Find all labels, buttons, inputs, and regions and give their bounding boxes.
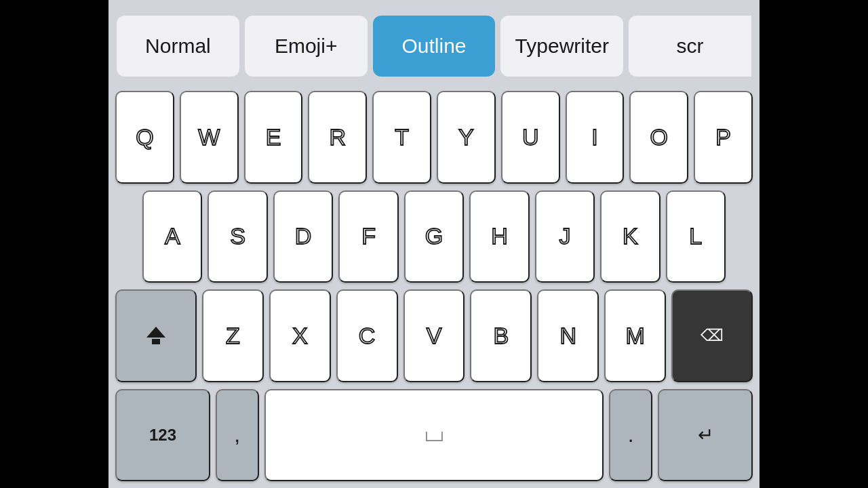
enter-icon: ↵ <box>698 424 713 446</box>
tab-typewriter[interactable]: Typewriter <box>500 16 623 77</box>
key-comma[interactable]: , <box>216 389 259 482</box>
key-a[interactable]: A <box>142 190 202 283</box>
key-row-2: A S D F G H J K L <box>115 190 753 283</box>
key-m[interactable]: M <box>604 289 666 382</box>
key-enter[interactable]: ↵ <box>658 389 753 482</box>
keys-area: Q W E R T Y U I O P A S D F G H J K L <box>108 87 760 488</box>
key-space[interactable]: ⌴ <box>264 389 604 482</box>
key-q[interactable]: Q <box>115 91 174 184</box>
keyboard-container: Normal Emoji+ Outline Typewriter scr Q W… <box>108 0 760 488</box>
key-n[interactable]: N <box>537 289 599 382</box>
key-z[interactable]: Z <box>202 289 264 382</box>
key-numbers[interactable]: 123 <box>115 389 210 482</box>
key-c[interactable]: C <box>336 289 398 382</box>
key-o[interactable]: O <box>629 91 688 184</box>
tab-bar: Normal Emoji+ Outline Typewriter scr <box>108 0 760 87</box>
tab-script[interactable]: scr <box>629 16 751 77</box>
tab-normal[interactable]: Normal <box>117 16 239 77</box>
key-backspace[interactable]: ⌫ <box>671 289 753 382</box>
key-e[interactable]: E <box>244 91 303 184</box>
space-symbol: ⌴ <box>425 424 443 446</box>
key-w[interactable]: W <box>180 91 239 184</box>
key-j[interactable]: J <box>535 190 595 283</box>
key-h[interactable]: H <box>469 190 529 283</box>
tab-outline[interactable]: Outline <box>373 16 496 77</box>
key-r[interactable]: R <box>308 91 367 184</box>
key-p[interactable]: P <box>694 91 753 184</box>
key-s[interactable]: S <box>208 190 267 283</box>
key-v[interactable]: V <box>403 289 465 382</box>
key-b[interactable]: B <box>470 289 532 382</box>
key-d[interactable]: D <box>273 190 333 283</box>
key-row-1: Q W E R T Y U I O P <box>115 91 753 184</box>
key-u[interactable]: U <box>501 91 560 184</box>
key-period[interactable]: . <box>609 389 652 482</box>
left-black-bar <box>7 0 108 488</box>
key-l[interactable]: L <box>666 190 726 283</box>
backspace-icon: ⌫ <box>701 326 724 345</box>
key-f[interactable]: F <box>338 190 398 283</box>
key-t[interactable]: T <box>372 91 431 184</box>
tab-emoji[interactable]: Emoji+ <box>245 16 368 77</box>
key-shift[interactable] <box>115 289 197 382</box>
shift-icon <box>146 327 165 344</box>
key-row-3: Z X C V B N M ⌫ <box>115 289 753 382</box>
shift-base <box>152 339 160 344</box>
shift-arrow-up <box>146 327 165 338</box>
key-k[interactable]: K <box>600 190 660 283</box>
right-black-bar <box>760 0 861 488</box>
key-g[interactable]: G <box>404 190 464 283</box>
key-y[interactable]: Y <box>437 91 496 184</box>
key-row-4: 123 , ⌴ . ↵ <box>115 389 753 482</box>
key-i[interactable]: I <box>566 91 625 184</box>
key-x[interactable]: X <box>269 289 331 382</box>
